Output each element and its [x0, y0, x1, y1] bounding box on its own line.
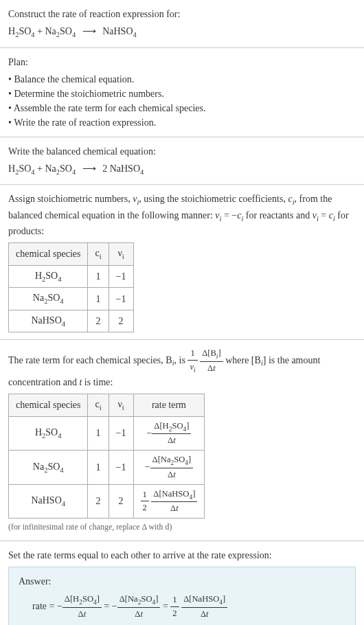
- rateterm-table: chemical species ci νi rate term H2SO4 1…: [8, 394, 205, 519]
- table-cell: H2SO4: [9, 265, 88, 288]
- table-row: NaHSO4 2 2: [9, 310, 134, 332]
- table-cell: NaHSO4: [9, 310, 88, 332]
- rateterm-section: The rate term for each chemical species,…: [0, 340, 364, 541]
- table-cell: NaHSO4: [9, 484, 88, 519]
- table-row: H2SO4 1 −1 −Δ[H2SO4]Δt: [9, 416, 205, 451]
- table-cell: 2: [88, 484, 109, 519]
- answer-box: Answer: rate = −Δ[H2SO4]Δt = −Δ[Na2SO4]Δ…: [8, 567, 356, 625]
- table-cell: 2: [109, 484, 133, 519]
- table-header: νi: [109, 243, 133, 266]
- table-cell: −1: [109, 288, 133, 310]
- table-cell: 1: [88, 416, 109, 451]
- balanced-title: Write the balanced chemical equation:: [8, 144, 356, 159]
- table-cell: 1: [88, 265, 109, 288]
- table-cell: −1: [109, 451, 133, 485]
- rateterm-note: (for infinitesimal rate of change, repla…: [8, 521, 356, 534]
- table-cell: 2: [88, 310, 109, 332]
- plan-item: Write the rate of reaction expression.: [8, 115, 356, 130]
- table-row: H2SO4 1 −1: [9, 265, 134, 288]
- table-cell: 2: [109, 310, 133, 332]
- plan-title: Plan:: [8, 55, 356, 69]
- table-cell: −1: [109, 265, 133, 288]
- assign-table: chemical species ci νi H2SO4 1 −1 Na2SO4…: [8, 242, 134, 332]
- table-cell: 12 Δ[NaHSO4]Δt: [133, 484, 205, 519]
- table-row: Na2SO4 1 −1: [9, 288, 134, 310]
- table-header: rate term: [133, 394, 205, 416]
- rateterm-intro: The rate term for each chemical species,…: [8, 347, 356, 389]
- plan-item: Balance the chemical equation.: [8, 72, 356, 87]
- table-cell: −1: [109, 416, 133, 451]
- table-cell: H2SO4: [9, 416, 88, 451]
- table-header: νi: [109, 394, 133, 416]
- plan-item: Determine the stoichiometric numbers.: [8, 87, 356, 101]
- assign-section: Assign stoichiometric numbers, νi, using…: [0, 185, 364, 339]
- table-cell: −Δ[H2SO4]Δt: [133, 416, 205, 451]
- table-cell: −Δ[Na2SO4]Δt: [133, 451, 205, 485]
- table-cell: 1: [88, 451, 109, 485]
- final-section: Set the rate terms equal to each other t…: [0, 541, 364, 625]
- answer-label: Answer:: [19, 574, 345, 589]
- prompt-equation: H2SO4 + Na2SO4 ⟶ NaHSO4: [8, 24, 356, 41]
- table-row: Na2SO4 1 −1 −Δ[Na2SO4]Δt: [9, 451, 205, 485]
- plan-section: Plan: Balance the chemical equation. Det…: [0, 48, 364, 137]
- table-cell: Na2SO4: [9, 288, 88, 310]
- prompt-section: Construct the rate of reaction expressio…: [0, 0, 364, 47]
- assign-intro: Assign stoichiometric numbers, νi, using…: [8, 192, 356, 238]
- table-row: NaHSO4 2 2 12 Δ[NaHSO4]Δt: [9, 484, 205, 519]
- table-header: ci: [88, 394, 109, 416]
- table-cell: Na2SO4: [9, 451, 88, 485]
- plan-list: Balance the chemical equation. Determine…: [8, 72, 356, 130]
- table-cell: 1: [88, 288, 109, 310]
- table-header: chemical species: [9, 394, 88, 416]
- plan-item: Assemble the rate term for each chemical…: [8, 101, 356, 115]
- answer-rate: rate = −Δ[H2SO4]Δt = −Δ[Na2SO4]Δt = 12 Δ…: [32, 593, 345, 621]
- table-header: ci: [88, 243, 109, 266]
- table-header: chemical species: [9, 243, 88, 266]
- prompt-title: Construct the rate of reaction expressio…: [8, 7, 356, 21]
- final-title: Set the rate terms equal to each other t…: [8, 548, 356, 562]
- balanced-section: Write the balanced chemical equation: H2…: [0, 137, 364, 185]
- balanced-equation: H2SO4 + Na2SO4 ⟶ 2 NaHSO4: [8, 161, 356, 178]
